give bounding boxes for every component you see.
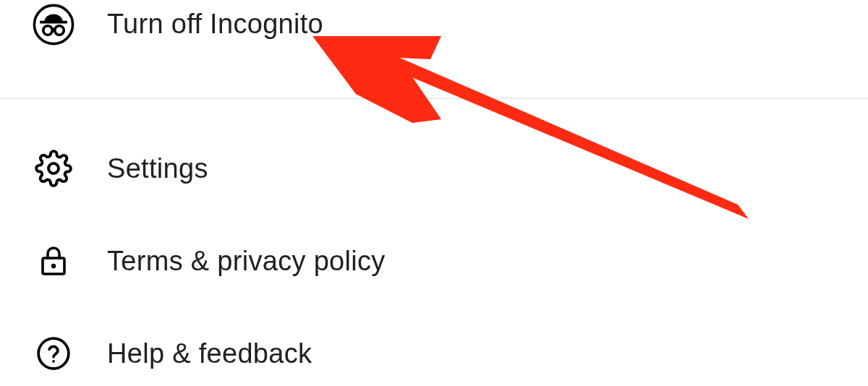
svg-point-7 [38, 338, 69, 369]
menu-item-help-feedback[interactable]: Help & feedback [0, 307, 868, 386]
menu-item-settings[interactable]: Settings [0, 122, 868, 215]
menu-list: Turn off Incognito Settings Ter [0, 0, 868, 386]
svg-point-3 [55, 26, 64, 35]
menu-label: Help & feedback [107, 340, 312, 367]
lock-icon [32, 239, 75, 283]
svg-point-6 [51, 264, 56, 268]
menu-label: Settings [107, 155, 208, 182]
menu-section-below: Settings Terms & privacy policy [0, 99, 868, 386]
help-icon [32, 332, 75, 375]
svg-point-2 [43, 26, 53, 35]
menu-item-terms-privacy[interactable]: Terms & privacy policy [0, 215, 868, 307]
menu-label: Turn off Incognito [107, 10, 323, 38]
gear-icon [32, 147, 75, 190]
svg-point-4 [48, 163, 59, 173]
svg-point-0 [34, 5, 72, 43]
menu-label: Terms & privacy policy [107, 247, 386, 275]
menu-item-turn-off-incognito[interactable]: Turn off Incognito [0, 0, 868, 98]
incognito-icon [32, 3, 75, 46]
svg-point-8 [52, 360, 55, 363]
